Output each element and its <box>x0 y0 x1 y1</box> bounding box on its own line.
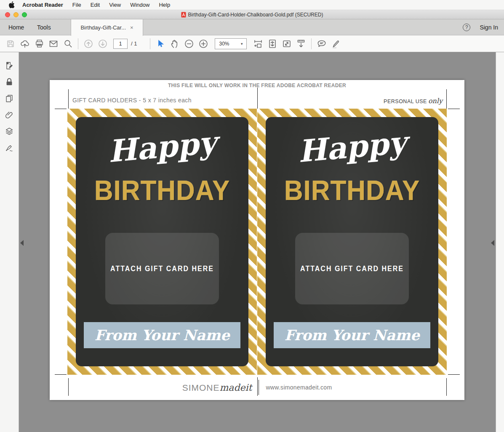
fit-width-icon <box>253 39 263 49</box>
left-panel-rail <box>0 52 19 432</box>
email-button[interactable] <box>46 37 61 50</box>
main-toolbar: / 1 30% ▾ <box>0 35 504 52</box>
menu-app-name[interactable]: Acrobat Reader <box>22 2 63 8</box>
hand-icon <box>170 39 180 49</box>
fit-width-button[interactable] <box>251 37 265 50</box>
highlighter-pen-icon <box>331 39 341 49</box>
select-tool-button[interactable] <box>153 37 168 50</box>
next-page-button[interactable] <box>96 37 110 50</box>
menu-edit[interactable]: Edit <box>91 2 100 8</box>
full-screen-button[interactable] <box>280 37 294 50</box>
traffic-lights <box>5 12 27 17</box>
chevron-down-icon: ▾ <box>241 42 243 46</box>
zoom-level-dropdown[interactable]: 30% ▾ <box>215 38 247 49</box>
comment-button[interactable] <box>315 37 329 50</box>
right-panel-rail[interactable] <box>496 52 504 432</box>
lock-icon <box>5 77 14 87</box>
cursor-arrow-icon <box>156 39 165 48</box>
save-button[interactable] <box>3 37 18 50</box>
happy-script-text: Happy <box>264 121 440 172</box>
email-icon <box>48 39 59 49</box>
menu-view[interactable]: View <box>109 2 121 8</box>
tab-bar: Home Tools Birthday-Gift-Car... × ? Sign… <box>0 19 504 35</box>
minimize-window-button[interactable] <box>13 12 19 17</box>
crop-mark <box>446 89 447 109</box>
attachments-panel-button[interactable] <box>4 110 15 120</box>
document-pen-icon <box>5 61 14 70</box>
close-window-button[interactable] <box>5 12 10 17</box>
tab-document-label: Birthday-Gift-Car... <box>80 24 126 31</box>
page-footer: SIMONE madeit www.simonemadeit.com <box>50 380 464 395</box>
expand-right-panel-arrow[interactable] <box>491 240 494 246</box>
help-icon[interactable]: ? <box>463 24 470 31</box>
scrolling-mode-button[interactable] <box>294 37 308 50</box>
apple-menu-icon[interactable] <box>8 1 15 8</box>
signatures-panel-button[interactable] <box>4 143 15 153</box>
crop-mark <box>55 109 67 109</box>
zoom-level-value: 30% <box>219 41 229 47</box>
from-name-text: From Your Name <box>94 327 229 344</box>
comment-bubble-icon <box>317 39 327 49</box>
pages-copy-icon <box>5 94 14 103</box>
menu-help[interactable]: Help <box>159 2 170 8</box>
fit-page-icon <box>267 39 277 49</box>
zoom-in-button[interactable] <box>196 37 211 50</box>
macos-menu-bar: Acrobat Reader File Edit View Window Hel… <box>0 0 504 10</box>
export-document-panel-button[interactable] <box>4 61 15 71</box>
search-button[interactable] <box>61 37 75 50</box>
happy-script-text: Happy <box>75 121 250 172</box>
arrow-down-circle-icon <box>98 39 108 49</box>
page-thumbnails-panel-button[interactable] <box>4 93 15 104</box>
layers-panel-button[interactable] <box>4 126 15 136</box>
collapse-left-panel-arrow[interactable] <box>20 240 24 246</box>
crop-mark <box>448 374 460 375</box>
tab-bar-right: ? Sign In <box>463 19 498 35</box>
arrow-up-circle-icon <box>83 39 93 49</box>
chalkboard-panel: Happy BIRTHDAY ATTACH GIFT CARD HERE Fro… <box>76 117 248 366</box>
print-button[interactable] <box>32 37 46 50</box>
brand-logo: SIMONE madeit <box>182 382 252 393</box>
crop-mark <box>448 109 460 109</box>
brand-caps-text: SIMONE <box>182 383 220 393</box>
tab-document-active[interactable]: Birthday-Gift-Car... × <box>71 19 143 36</box>
license-caps: PERSONAL USE <box>384 99 427 104</box>
close-tab-icon[interactable]: × <box>130 24 133 31</box>
cloud-upload-icon <box>20 39 30 49</box>
page-number-input[interactable] <box>113 39 128 49</box>
previous-page-button[interactable] <box>81 37 96 50</box>
zoom-window-button[interactable] <box>22 12 27 17</box>
save-icon <box>6 39 15 48</box>
pdf-page: THIS FILE WILL ONLY WORK IN THE FREE ADO… <box>50 80 464 400</box>
gift-card-holder-left: Happy BIRTHDAY ATTACH GIFT CARD HERE Fro… <box>67 109 257 375</box>
print-icon <box>35 39 44 48</box>
page-count-label: / 1 <box>131 40 137 47</box>
window-title: Birthday-Gift-Card-Holder-Chalkboard-Gol… <box>181 12 323 18</box>
highlight-button[interactable] <box>329 37 343 50</box>
license-script: only <box>428 97 443 105</box>
fountain-pen-icon <box>5 143 14 152</box>
share-upload-button[interactable] <box>18 37 32 50</box>
attach-gift-card-area: ATTACH GIFT CARD HERE <box>295 233 409 304</box>
menu-file[interactable]: File <box>72 2 81 8</box>
ruler-scroll-icon <box>296 39 306 49</box>
crop-mark <box>55 374 67 375</box>
sign-in-button[interactable]: Sign In <box>480 24 498 31</box>
tab-tools[interactable]: Tools <box>37 19 51 35</box>
tab-home[interactable]: Home <box>8 19 24 35</box>
security-settings-panel-button[interactable] <box>4 77 15 87</box>
paperclip-icon <box>5 110 14 120</box>
zoom-out-button[interactable] <box>182 37 196 50</box>
hand-tool-button[interactable] <box>168 37 182 50</box>
menu-window[interactable]: Window <box>130 2 149 8</box>
crop-mark <box>68 89 69 109</box>
footer-divider <box>259 380 259 395</box>
attach-gift-card-label: ATTACH GIFT CARD HERE <box>300 264 404 273</box>
fit-page-button[interactable] <box>265 37 280 50</box>
birthday-gold-text: BIRTHDAY <box>266 174 438 206</box>
plus-circle-icon <box>198 39 208 49</box>
license-text: PERSONAL USE only <box>384 97 443 105</box>
chalkboard-panel: Happy BIRTHDAY ATTACH GIFT CARD HERE Fro… <box>266 117 438 366</box>
website-url-text: www.simonemadeit.com <box>266 384 332 391</box>
search-icon <box>63 39 73 48</box>
sheet-title-text: GIFT CARD HOLDERS - 5 x 7 inches each <box>72 97 192 104</box>
